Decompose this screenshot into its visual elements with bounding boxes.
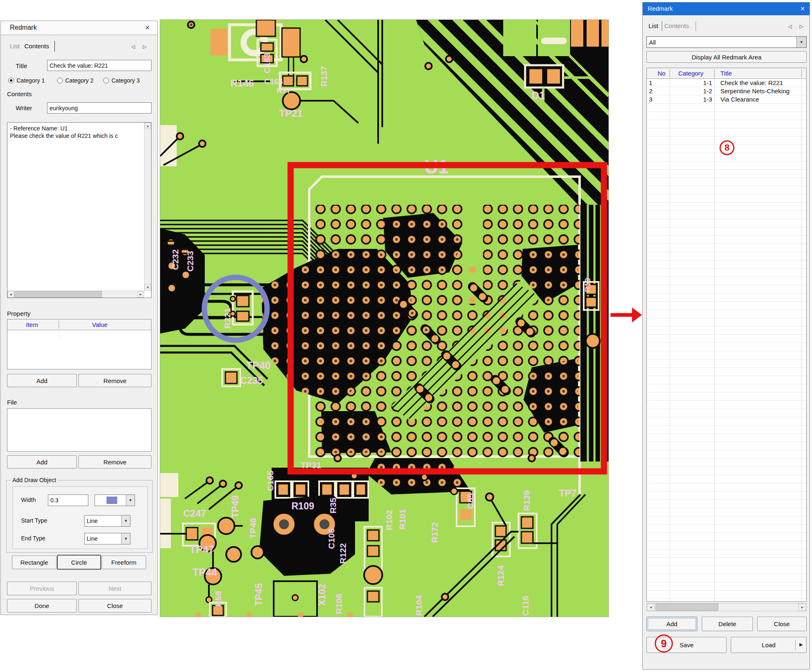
column-divider — [670, 69, 670, 78]
contents-vscrollbar[interactable]: ▲ ▼ — [144, 123, 151, 291]
file-listbox[interactable] — [7, 408, 152, 452]
filter-value: All — [649, 37, 656, 47]
load-button[interactable]: Load ▶ — [731, 637, 807, 653]
chevron-down-icon[interactable]: ▼ — [126, 495, 135, 506]
color-picker[interactable]: ▼ — [95, 495, 135, 506]
hscroll-thumb[interactable] — [14, 291, 102, 298]
end-type-value: Line — [87, 533, 97, 544]
cell-category: 1-1 — [688, 79, 712, 86]
tab-list[interactable]: List — [10, 43, 19, 50]
col-category[interactable]: Category — [678, 70, 703, 77]
width-input[interactable]: 0.3 — [48, 495, 88, 506]
chevron-down-icon[interactable]: ▼ — [796, 37, 806, 47]
silkscreen-label: TP44 — [192, 566, 217, 578]
tab-next-icon[interactable]: ▷ — [143, 44, 147, 50]
radio-category-3[interactable] — [103, 78, 109, 83]
delete-button[interactable]: Delete — [702, 617, 753, 631]
table-row[interactable]: 2 1-2 Serpentine Nets-Cheking — [647, 87, 807, 95]
close-icon[interactable]: × — [800, 5, 805, 12]
file-add-button[interactable]: Add — [7, 455, 77, 469]
filter-select[interactable]: All ▼ — [646, 36, 807, 48]
start-type-label: Start Type — [21, 517, 47, 524]
end-type-select[interactable]: Line ▼ — [84, 533, 130, 544]
scroll-up-icon[interactable]: ▲ — [144, 123, 151, 129]
tab-next-icon[interactable]: ▷ — [800, 24, 803, 29]
cell-category: 1-3 — [688, 96, 712, 103]
freeform-button[interactable]: Freeform — [102, 556, 146, 569]
pcb-canvas[interactable]: R146 TP21 R137 C163 C164 R37 U1 D1 C232 … — [160, 19, 609, 617]
table-row[interactable]: 1 1-1 Check the value: R221 — [647, 79, 807, 87]
annotation-step-9: 9 — [655, 634, 673, 653]
circle-button[interactable]: Circle — [57, 555, 101, 570]
tab-list[interactable]: List — [649, 22, 658, 29]
file-remove-button[interactable]: Remove — [78, 455, 152, 469]
silkscreen-label: C247 — [183, 508, 206, 519]
radio-category-2[interactable] — [57, 78, 63, 83]
silkscreen-label: C106 — [327, 528, 336, 549]
contents-textarea[interactable]: - Reference Name: U1 Please check the va… — [7, 122, 152, 298]
tab-contents[interactable]: Contents — [24, 43, 49, 50]
add-button[interactable]: Add — [646, 617, 697, 631]
add-draw-object-group: Add Draw Object Width 0.3 ▼ Start Type L… — [6, 480, 153, 553]
close-button[interactable]: Close — [757, 617, 807, 631]
cell-no: 2 — [649, 88, 652, 95]
contents-hscrollbar[interactable]: ◄ ► — [7, 291, 144, 298]
close-button[interactable]: Close — [78, 599, 152, 613]
silkscreen-label: R104 — [414, 595, 424, 616]
cell-title: Via Clearance — [720, 96, 759, 103]
silkscreen-label: X102 — [317, 584, 327, 606]
start-type-select[interactable]: Line ▼ — [84, 515, 130, 527]
property-add-button[interactable]: Add — [7, 374, 77, 387]
chevron-down-icon[interactable]: ▼ — [121, 516, 130, 526]
scroll-right-icon[interactable]: ► — [137, 291, 144, 298]
col-no[interactable]: No — [658, 70, 665, 77]
list-table-header: No Category Title — [647, 68, 806, 79]
scroll-right-icon[interactable]: ► — [798, 603, 806, 611]
title-label: Title — [16, 62, 27, 69]
scroll-left-icon[interactable]: ◄ — [647, 603, 655, 611]
writer-label: Writer — [16, 104, 32, 111]
scroll-down-icon[interactable]: ▼ — [144, 284, 151, 291]
silkscreen-label: C163 — [262, 53, 272, 73]
cell-no: 1 — [649, 79, 652, 86]
property-remove-button[interactable]: Remove — [78, 374, 152, 387]
title-input[interactable]: Check the value: R221 — [47, 60, 152, 71]
silkscreen-label: D1 — [532, 90, 545, 101]
close-icon[interactable]: × — [145, 24, 150, 31]
radio-category-3-label: Category 3 — [111, 77, 140, 84]
list-hscrollbar[interactable]: ◄ ► — [646, 603, 807, 611]
silkscreen-label: C85 — [466, 493, 475, 509]
split-arrow-icon[interactable]: ▶ — [800, 642, 803, 647]
width-label: Width — [21, 497, 36, 503]
chevron-down-icon[interactable]: ▼ — [121, 533, 130, 544]
tab-prev-icon[interactable]: ◁ — [788, 24, 792, 29]
hscroll-thumb[interactable] — [656, 603, 718, 611]
done-button[interactable]: Done — [7, 599, 77, 613]
tab-prev-icon[interactable]: ◁ — [131, 44, 135, 50]
rectangle-button[interactable]: Rectangle — [12, 556, 57, 569]
silkscreen-label: R124 — [496, 565, 505, 586]
radio-category-1-label: Category 1 — [17, 77, 45, 84]
pcb-artwork: R146 TP21 R137 C163 C164 R37 U1 D1 C232 … — [160, 20, 608, 617]
arrow-right-icon — [610, 303, 642, 327]
next-button[interactable]: Next — [78, 582, 152, 595]
silkscreen-label: TP46 — [248, 518, 258, 539]
col-title[interactable]: Title — [720, 70, 732, 77]
property-label: Property — [7, 310, 31, 317]
cell-no: 3 — [649, 96, 652, 103]
display-all-redmark-area-button[interactable]: Display All Redmark Area — [646, 51, 807, 63]
scroll-left-icon[interactable]: ◄ — [7, 291, 14, 298]
property-table-header: Item Value — [7, 319, 151, 330]
property-col-value[interactable]: Value — [92, 321, 107, 328]
column-divider — [801, 69, 802, 78]
radio-category-1[interactable] — [8, 78, 14, 83]
previous-button[interactable]: Previous — [7, 582, 77, 595]
table-row[interactable]: 3 1-3 Via Clearance — [647, 95, 807, 104]
tab-contents[interactable]: Contents — [664, 22, 689, 29]
property-col-item[interactable]: Item — [26, 321, 38, 328]
contents-text: - Reference Name: U1 Please check the va… — [10, 125, 118, 140]
left-panel-title: Redmark — [10, 24, 37, 31]
writer-input[interactable]: eunkyoung — [47, 102, 152, 114]
silkscreen-label: C164 — [264, 77, 283, 86]
property-table[interactable]: Item Value — [7, 319, 152, 369]
